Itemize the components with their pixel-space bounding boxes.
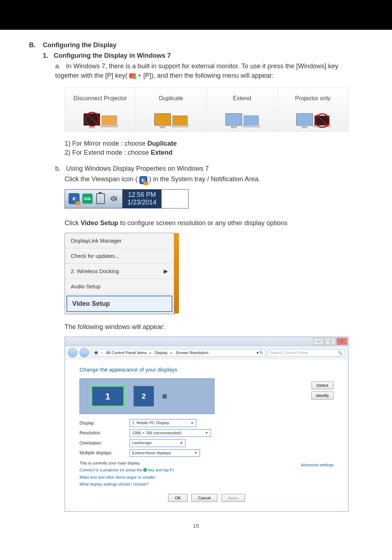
display-grid-icon	[163, 394, 167, 398]
crumb-2[interactable]: Display	[154, 350, 168, 356]
link1-pre: Connect to a projector (or press the	[79, 468, 143, 472]
crumb-1[interactable]: All Control Panel Items	[105, 350, 147, 356]
proj-icon-duplicate	[137, 107, 205, 126]
display-row: Display: 1. Mobile PC Display ▼	[79, 419, 334, 427]
following-windows-text: The following windows will appear:	[65, 322, 363, 332]
speaker-tray-icon[interactable]	[109, 194, 119, 204]
proj-icon-projector-only	[279, 107, 347, 126]
display-1-number: 1	[105, 390, 110, 403]
tray-icons: ◧ Gib	[65, 190, 122, 208]
nav-forward-button[interactable]	[79, 348, 89, 357]
menu-item-label: 2. Wireless Docking	[71, 267, 119, 275]
para-b-pre: Click the Viewspan icon (	[65, 175, 139, 183]
click-pre: Click	[65, 219, 79, 227]
proj-label: Duplicate	[137, 94, 205, 102]
display-value: 1. Mobile PC Display	[132, 420, 169, 426]
body-heading: Change the appearance of your displays	[79, 366, 334, 373]
bullet-a-label: a.	[55, 62, 61, 70]
section-b-heading: B. Configuring the Display	[29, 41, 363, 50]
display-2-number: 2	[142, 391, 146, 401]
projector-switcher: Disconnect Projector Duplicate Extend	[65, 88, 348, 132]
paragraph-a-text2: + [P]), and then the following menu will…	[138, 72, 274, 79]
advanced-settings-link[interactable]: Advanced settings	[301, 462, 334, 468]
viewspan-tray-icon[interactable]: ◧	[69, 193, 79, 204]
subsection-1-heading: 1. Configuring the Display in Windows 7	[43, 51, 363, 60]
nav-back-button[interactable]	[68, 348, 77, 357]
menu-item-label: Check for updates...	[71, 252, 119, 260]
proj-option-disconnect[interactable]: Disconnect Projector	[65, 88, 136, 131]
close-button[interactable]: ✕	[336, 338, 347, 345]
page-number: 15	[29, 522, 363, 529]
maximize-button[interactable]: ▢	[325, 338, 336, 345]
address-refresh-icon[interactable]: ↻	[260, 350, 263, 356]
cancel-button[interactable]: Cancel	[191, 494, 217, 502]
search-input[interactable]: Search Control Panel 🔍	[268, 349, 345, 357]
step1-bold: Duplicate	[147, 140, 177, 147]
mode-steps: 1) For Mirror mode : choose Duplicate 2)…	[65, 139, 363, 157]
click-post: to configure screen resolution or any ot…	[120, 219, 287, 227]
orientation-select[interactable]: Landscape ▼	[130, 439, 185, 447]
screen-resolution-window: — ▢ ✕ 💻 « All Control Panel Items ▸ Disp…	[65, 337, 348, 511]
display-arrangement[interactable]: 1 2	[79, 378, 215, 414]
proj-label: Projector only	[279, 94, 347, 102]
search-icon: 🔍	[338, 350, 343, 356]
multi-label: Multiple displays:	[79, 450, 123, 456]
section-b-title: Configuring the Display	[43, 41, 117, 49]
windows-key-icon	[129, 73, 136, 78]
identify-button[interactable]: Identify	[311, 391, 334, 399]
menu-item-video-setup[interactable]: Video Setup	[66, 296, 172, 312]
orientation-value: Landscape	[132, 440, 152, 446]
menu-accent-edge	[174, 233, 179, 313]
breadcrumb-sep: «	[100, 350, 104, 356]
display-2[interactable]: 2	[134, 386, 154, 406]
detect-button[interactable]: Detect	[311, 381, 334, 389]
apply-button[interactable]: Apply	[221, 494, 245, 502]
display-arrangement-area: 1 2 Detect Identify	[79, 378, 334, 414]
proj-option-projector-only[interactable]: Projector only	[278, 88, 348, 131]
breadcrumb[interactable]: 💻 « All Control Panel Items ▸ Display ▸ …	[91, 349, 265, 357]
tray-clock[interactable]: 12:56 PM 1/23/2014	[122, 190, 162, 208]
bullet-b-label: b.	[55, 165, 61, 172]
display-select[interactable]: 1. Mobile PC Display ▼	[130, 419, 196, 427]
display-label: Display:	[79, 420, 123, 426]
orientation-row: Orientation: Landscape ▼	[79, 439, 334, 447]
para-b-line1: Using Windows Display Properties on Wind…	[66, 165, 209, 172]
proj-option-duplicate[interactable]: Duplicate	[136, 88, 207, 131]
resolution-label: Resolution:	[79, 430, 123, 436]
paragraph-b-line2: Click the Viewspan icon ( ◧ ) in the Sys…	[65, 175, 363, 184]
menu-item-updates[interactable]: Check for updates...	[65, 248, 174, 264]
click-video-setup-text: Click Video Setup to configure screen re…	[65, 219, 363, 228]
proj-icon-disconnect	[66, 107, 134, 126]
speaker-icon	[110, 195, 118, 203]
which-settings-link[interactable]: What display settings should I choose?	[79, 482, 334, 487]
window-titlebar: — ▢ ✕	[65, 337, 348, 346]
submenu-arrow-icon: ▶	[164, 267, 168, 275]
crumb-3[interactable]: Screen Resolution	[175, 350, 209, 356]
resolution-select[interactable]: 1366 × 768 (recommended) ▼	[130, 429, 211, 437]
display-1[interactable]: 1	[91, 385, 125, 407]
github-tray-icon[interactable]: Gib	[82, 194, 93, 204]
ok-button[interactable]: OK	[168, 494, 188, 502]
chevron-down-icon: ▼	[180, 441, 183, 446]
dialog-buttons: OK Cancel Apply	[79, 489, 334, 508]
minimize-button[interactable]: —	[313, 338, 324, 345]
section-b-label: B.	[29, 41, 36, 49]
menu-item-dlmanager[interactable]: DisplayLink Manager	[65, 233, 174, 248]
page-content: B. Configuring the Display 1. Configurin…	[0, 30, 392, 544]
battery-tray-icon[interactable]	[95, 194, 106, 204]
address-bar: 💻 « All Control Panel Items ▸ Display ▸ …	[65, 346, 348, 359]
connect-projector-link[interactable]: Connect to a projector (or press the key…	[79, 467, 334, 473]
orientation-label: Orientation:	[79, 440, 123, 446]
context-menu: DisplayLink Manager Check for updates...…	[65, 233, 174, 314]
multi-value: Extend these displays	[132, 450, 171, 456]
resolution-row: Resolution: 1366 × 768 (recommended) ▼	[79, 429, 334, 437]
address-dropdown-icon[interactable]: ▾	[257, 350, 259, 356]
menu-item-wireless-docking[interactable]: 2. Wireless Docking ▶	[65, 264, 174, 279]
detect-identify-buttons: Detect Identify	[311, 381, 334, 399]
multi-select[interactable]: Extend these displays ▼	[130, 449, 200, 457]
text-size-link[interactable]: Make text and other items larger or smal…	[79, 475, 334, 480]
breadcrumb-root-icon: 💻	[94, 350, 99, 356]
proj-option-extend[interactable]: Extend	[207, 88, 278, 131]
breadcrumb-sep: ▸	[149, 350, 152, 356]
menu-item-audio-setup[interactable]: Audio Setup	[65, 279, 174, 294]
